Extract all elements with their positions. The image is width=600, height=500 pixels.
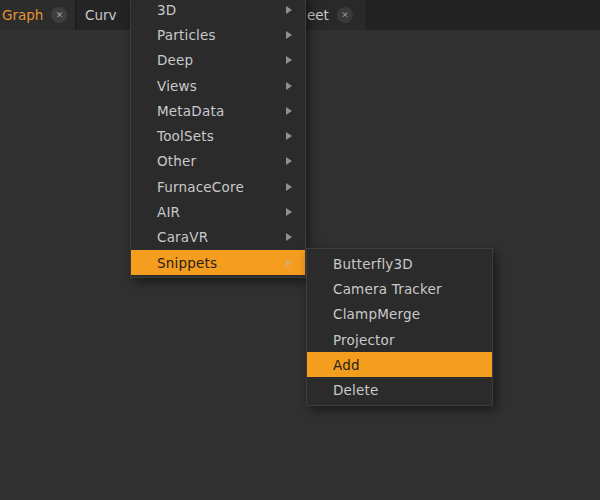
submenu-arrow-icon <box>286 259 292 267</box>
menu-item-deep[interactable]: Deep <box>131 48 305 73</box>
context-menu: 3DParticlesDeepViewsMetaDataToolSetsOthe… <box>130 0 306 278</box>
submenu-arrow-icon <box>286 31 292 39</box>
menu-item-particles[interactable]: Particles <box>131 22 305 47</box>
tab-label: Graph <box>2 7 43 23</box>
menu-item-furnacecore[interactable]: FurnaceCore <box>131 174 305 199</box>
close-icon[interactable]: ✕ <box>51 7 67 23</box>
menu-item-clampmerge[interactable]: ClampMerge <box>307 302 492 327</box>
submenu-arrow-icon <box>286 6 292 14</box>
menu-item-label: Projector <box>333 332 482 348</box>
menu-item-snippets[interactable]: Snippets <box>131 250 305 275</box>
submenu-arrow-icon <box>286 157 292 165</box>
menu-item-label: MetaData <box>157 103 286 119</box>
menu-item-label: Other <box>157 153 286 169</box>
menu-item-add[interactable]: Add <box>307 352 492 377</box>
menu-item-metadata[interactable]: MetaData <box>131 98 305 123</box>
menu-item-label: Snippets <box>157 255 286 271</box>
tab-label: Curv <box>85 7 117 23</box>
submenu-arrow-icon <box>286 107 292 115</box>
menu-item-label: FurnaceCore <box>157 179 286 195</box>
menu-item-delete[interactable]: Delete <box>307 377 492 402</box>
submenu-arrow-icon <box>286 82 292 90</box>
menu-item-other[interactable]: Other <box>131 149 305 174</box>
menu-item-label: 3D <box>157 2 286 18</box>
submenu-arrow-icon <box>286 132 292 140</box>
menu-item-air[interactable]: AIR <box>131 199 305 224</box>
menu-item-label: ToolSets <box>157 128 286 144</box>
menu-item-label: Add <box>333 357 482 373</box>
menu-item-label: ClampMerge <box>333 306 482 322</box>
submenu-arrow-icon <box>286 233 292 241</box>
menu-item-label: CaraVR <box>157 229 286 245</box>
menu-item-label: AIR <box>157 204 286 220</box>
menu-item-butterfly3d[interactable]: Butterfly3D <box>307 251 492 276</box>
menu-item-label: Delete <box>333 382 482 398</box>
menu-item-views[interactable]: Views <box>131 73 305 98</box>
tab-node-graph[interactable]: Graph ✕ <box>0 0 76 30</box>
menu-item-toolsets[interactable]: ToolSets <box>131 123 305 148</box>
menu-item-label: Butterfly3D <box>333 256 482 272</box>
menu-item-label: Deep <box>157 52 286 68</box>
menu-item-label: Camera Tracker <box>333 281 482 297</box>
menu-item-camera-tracker[interactable]: Camera Tracker <box>307 276 492 301</box>
menu-item-caravr[interactable]: CaraVR <box>131 225 305 250</box>
menu-item-projector[interactable]: Projector <box>307 327 492 352</box>
submenu-arrow-icon <box>286 208 292 216</box>
menu-item-label: Views <box>157 78 286 94</box>
snippets-submenu: Butterfly3DCamera TrackerClampMergeProje… <box>306 248 493 406</box>
menu-item-label: Particles <box>157 27 286 43</box>
tab-label: eet <box>307 7 329 23</box>
close-icon[interactable]: ✕ <box>337 7 353 23</box>
submenu-arrow-icon <box>286 183 292 191</box>
tab-curve-editor[interactable]: Curv <box>77 0 135 30</box>
menu-item-3d[interactable]: 3D <box>131 0 305 22</box>
submenu-arrow-icon <box>286 56 292 64</box>
